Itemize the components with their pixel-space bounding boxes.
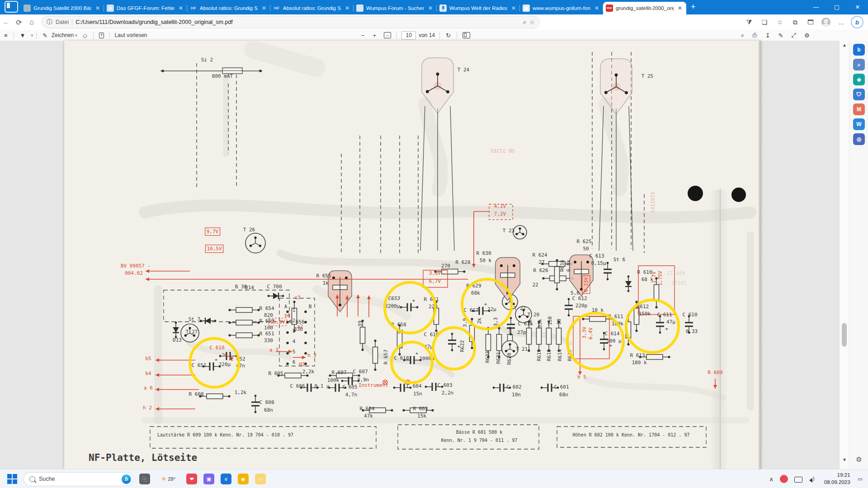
taskbar-edge-icon[interactable]: e (221, 474, 231, 484)
add-text-icon[interactable]: T (99, 33, 104, 38)
minimize-button[interactable]: — (806, 0, 826, 14)
pdf-toolbar: ≡ ▼ ∨ ✎ Zeichnen ∨ ◇ T Laut vorlesen − +… (0, 30, 868, 41)
scroll-up-icon[interactable]: ▲ (841, 42, 848, 47)
taskbar-date: 08.09.2023 (824, 479, 850, 486)
bing-icon: b (122, 474, 131, 484)
save-icon[interactable]: ↧ (761, 32, 774, 39)
wallet-icon[interactable]: 🗔 (803, 19, 818, 26)
find-icon[interactable]: ⌕ (737, 32, 748, 39)
browser-tab-4[interactable]: Wumpus Forum - Suchen✕ (354, 2, 437, 14)
tab-close-icon[interactable]: ✕ (260, 5, 268, 11)
pdf-scrollbar[interactable]: ▲ ▼ (839, 41, 849, 469)
tray-chevron-icon[interactable]: ∧ (769, 476, 774, 483)
tab-close-icon[interactable]: ✕ (94, 5, 101, 11)
collections-icon[interactable]: ⧉ (788, 19, 803, 26)
page-view-icon[interactable] (462, 32, 470, 38)
tab-close-icon[interactable]: ✕ (177, 5, 184, 11)
browser-essentials-icon[interactable]: ⧩ (741, 19, 757, 26)
scrollbar-thumb[interactable] (842, 323, 847, 347)
draw-pen-icon[interactable]: ✎ (38, 32, 52, 39)
tab-title: www.wumpus-gollum-foru (533, 5, 590, 11)
page-number-input[interactable]: 10 (401, 31, 416, 40)
url-text: C:/Users/111/Downloads/grundig_satellit-… (75, 19, 520, 25)
search-icon (29, 476, 35, 482)
pdf-page (64, 41, 761, 469)
tab-actions-icon[interactable] (5, 1, 18, 13)
browser-tab-7[interactable]: PDFgrundig_satellit-2000_origi✕ (603, 2, 686, 14)
settings-icon[interactable]: ⚙ (800, 32, 814, 39)
new-tab-button[interactable]: + (691, 2, 696, 12)
chevron-down-icon[interactable]: ∨ (29, 33, 34, 38)
read-aloud-label[interactable]: Laut vorlesen (112, 32, 147, 38)
faint-favicon-icon (356, 5, 363, 12)
taskbar-weather-icon[interactable]: ☀29° (156, 474, 180, 484)
more-menu-icon[interactable]: … (834, 19, 849, 26)
profile-avatar[interactable] (821, 18, 830, 27)
taskbar-meet-icon[interactable]: ▣ (203, 474, 214, 484)
rotate-icon[interactable]: ↻ (442, 32, 455, 39)
tab-close-icon[interactable]: ✕ (510, 5, 517, 11)
browser-tab-5[interactable]: ↟Wumpus Welt der Radios✕ (437, 2, 520, 14)
taskbar-chrome-icon[interactable]: ◉ (238, 474, 249, 484)
browser-tab-6[interactable]: ▤www.wumpus-gollum-foru✕ (520, 2, 603, 14)
sidebar-app-icon-5[interactable]: W (853, 118, 865, 130)
sidebar-settings-icon[interactable]: ⚙ (849, 455, 868, 464)
desktop: Grundig Satellit 2000 Bässe✕GDas GFGF-Fo… (0, 0, 868, 488)
speaker-icon[interactable] (809, 476, 815, 482)
zoom-page-icon[interactable]: ⌕ (523, 19, 526, 26)
browser-toolbar-icons: ⧩❏☆⧉🗔 (741, 19, 818, 26)
hf-favicon-icon: HF (190, 5, 197, 12)
zoom-in-icon[interactable]: + (369, 32, 381, 39)
gfgf-favicon-icon: G (107, 5, 114, 12)
info-icon[interactable]: ⓘ (47, 18, 52, 26)
taskbar-search[interactable]: Suche b (24, 472, 133, 486)
print-icon[interactable]: ⎙ (748, 32, 761, 39)
url-field[interactable]: ⓘ Datei C:/Users/111/Downloads/grundig_s… (42, 16, 540, 28)
taskbar-explorer-icon[interactable]: ▱ (255, 474, 266, 484)
refresh-icon[interactable]: ⟳ (13, 18, 25, 27)
edge-sidebar: b⌕◆🛡MW◎ ⚙ (849, 41, 868, 469)
tab-close-icon[interactable]: ✕ (344, 5, 351, 11)
highlighter-icon[interactable]: ▼ (16, 32, 30, 39)
sidebar-app-icon-1[interactable]: ⌕ (853, 59, 865, 70)
scroll-down-icon[interactable]: ▼ (841, 457, 848, 462)
clock[interactable]: 19:21 08.09.2023 (824, 472, 850, 486)
taskbar-task-view-icon[interactable]: ⿻ (139, 474, 150, 484)
browser-tab-1[interactable]: GDas GFGF-Forum: Fehlersei✕ (104, 2, 187, 14)
sidebar-app-icon-2[interactable]: ◆ (853, 74, 865, 85)
eraser-icon[interactable]: ◇ (79, 32, 91, 39)
sidebar-app-icon-4[interactable]: M (853, 103, 865, 115)
back-icon[interactable]: ← (0, 18, 13, 26)
maximize-button[interactable]: ▢ (826, 0, 847, 14)
browser-tab-0[interactable]: Grundig Satellit 2000 Bässe✕ (21, 2, 104, 14)
zoom-out-icon[interactable]: − (357, 32, 369, 39)
sidebar-app-icon-0[interactable]: b (853, 44, 865, 56)
browser-tab-3[interactable]: HFAbsolut ratlos: Grundig Sat✕ (270, 2, 354, 14)
notification-icon[interactable]: ▭ (858, 476, 863, 482)
network-display-icon[interactable] (794, 477, 802, 483)
tab-title: Wumpus Welt der Radios (449, 5, 507, 11)
zeichnen-label[interactable]: Zeichnen (52, 32, 74, 38)
browser-tab-2[interactable]: HFAbsolut ratlos: Grundig Sat✕ (187, 2, 270, 14)
toc-icon[interactable]: ≡ (0, 32, 12, 39)
sidebar-app-icon-3[interactable]: 🛡 (853, 89, 865, 100)
chevron-down-icon[interactable]: ∨ (74, 33, 79, 38)
tray-app-icon[interactable] (780, 475, 788, 483)
home-icon[interactable]: ⌂ (25, 18, 38, 26)
tab-close-icon[interactable]: ✕ (676, 5, 684, 11)
copilot-icon[interactable]: b (851, 16, 863, 28)
tab-close-icon[interactable]: ✕ (427, 5, 434, 11)
favorite-star-icon[interactable]: ☆ (529, 19, 535, 26)
tabs-container: Grundig Satellit 2000 Bässe✕GDas GFGF-Fo… (21, 2, 686, 14)
fullscreen-icon[interactable]: ⤢ (788, 32, 800, 39)
hf-favicon-icon: HF (273, 5, 280, 12)
tab-close-icon[interactable]: ✕ (593, 5, 600, 11)
start-button[interactable] (7, 474, 17, 484)
favorites-icon[interactable]: ☆ (772, 19, 788, 26)
annotate-icon[interactable]: ✎ (774, 32, 788, 39)
split-screen-icon[interactable]: ❏ (757, 19, 772, 26)
close-button[interactable]: ✕ (847, 0, 868, 14)
fit-width-icon[interactable]: ↔ (384, 32, 391, 38)
sidebar-app-icon-6[interactable]: ◎ (853, 133, 865, 145)
taskbar-photos-icon[interactable]: ❤ (186, 474, 197, 484)
